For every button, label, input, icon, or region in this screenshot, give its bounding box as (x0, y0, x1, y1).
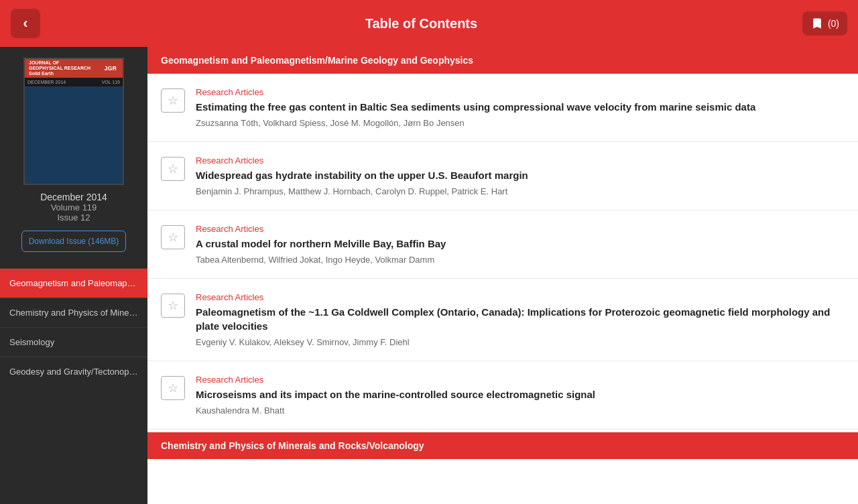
article-type: Research Articles (196, 155, 845, 166)
section-header-geomagnetism: Geomagnetism and Paleomagnetism/Marine G… (147, 47, 858, 74)
article-item: ☆ Research Articles A crustal model for … (147, 210, 858, 279)
article-item: ☆ Research Articles Microseisms and its … (147, 361, 858, 430)
article-item: ☆ Research Articles Widespread gas hydra… (147, 142, 858, 210)
download-issue-button[interactable]: Download Issue (146MB) (21, 231, 127, 252)
article-authors: Tabea Altenbernd, Wilfried Jokat, Ingo H… (196, 255, 845, 265)
article-3-content: Research Articles A crustal model for no… (196, 224, 845, 265)
sidebar-item-chemistry[interactable]: Chemistry and Physics of Mine… (0, 298, 147, 327)
star-icon: ☆ (168, 298, 178, 313)
star-icon: ☆ (168, 381, 178, 395)
sidebar-navigation: Geomagnetism and Paleomap… Chemistry and… (0, 268, 147, 386)
app-header: ‹ Table of Contents (0) (0, 0, 858, 47)
star-icon: ☆ (168, 93, 178, 108)
back-button[interactable]: ‹ (11, 9, 40, 38)
bookmark-icon (810, 17, 824, 30)
star-icon: ☆ (168, 230, 178, 245)
article-4-content: Research Articles Paleomagnetism of the … (196, 292, 845, 347)
article-item: ☆ Research Articles Paleomagnetism of th… (147, 279, 858, 361)
journal-cover-image: JOURNAL OFGEOPHYSICAL RESEARCHSolid Eart… (23, 58, 124, 185)
article-authors: Benjamin J. Phrampus, Matthew J. Hornbac… (196, 186, 845, 196)
article-type: Research Articles (196, 87, 845, 97)
article-type: Research Articles (196, 292, 845, 302)
journal-date: December 2014 (40, 192, 107, 202)
sidebar-item-seismology[interactable]: Seismology (0, 327, 147, 357)
sidebar-item-geomagnetism[interactable]: Geomagnetism and Paleomap… (0, 268, 147, 298)
bookmark-article-2-button[interactable]: ☆ (161, 157, 185, 181)
article-type: Research Articles (196, 224, 845, 234)
article-2-content: Research Articles Widespread gas hydrate… (196, 155, 845, 196)
bookmark-article-3-button[interactable]: ☆ (161, 225, 185, 249)
article-authors: Kaushalendra M. Bhatt (196, 405, 845, 416)
bookmark-article-4-button[interactable]: ☆ (161, 294, 185, 318)
article-title[interactable]: Microseisms and its impact on the marine… (196, 387, 845, 401)
sidebar: JOURNAL OFGEOPHYSICAL RESEARCHSolid Eart… (0, 47, 147, 504)
article-type: Research Articles (196, 375, 845, 385)
bookmark-article-5-button[interactable]: ☆ (161, 376, 185, 400)
bookmark-button[interactable]: (0) (802, 11, 847, 36)
section-header-chemistry: Chemistry and Physics of Minerals and Ro… (147, 432, 858, 459)
article-5-content: Research Articles Microseisms and its im… (196, 375, 845, 416)
journal-issue: Issue 12 (57, 212, 90, 223)
journal-cover-section: JOURNAL OFGEOPHYSICAL RESEARCHSolid Eart… (0, 47, 147, 263)
article-title[interactable]: Estimating the free gas content in Balti… (196, 100, 845, 114)
bookmark-count: (0) (828, 18, 839, 29)
main-layout: JOURNAL OFGEOPHYSICAL RESEARCHSolid Eart… (0, 47, 858, 504)
bookmark-article-1-button[interactable]: ☆ (161, 88, 185, 113)
header-title: Table of Contents (365, 16, 477, 32)
article-title[interactable]: Widespread gas hydrate instability on th… (196, 168, 845, 182)
article-title[interactable]: A crustal model for northern Melville Ba… (196, 237, 845, 251)
journal-volume: Volume 119 (51, 202, 97, 212)
star-icon: ☆ (168, 162, 178, 176)
article-title[interactable]: Paleomagnetism of the ~1.1 Ga Coldwell C… (196, 305, 845, 333)
article-1-content: Research Articles Estimating the free ga… (196, 87, 845, 128)
content-area: Geomagnetism and Paleomagnetism/Marine G… (147, 47, 858, 504)
article-item: ☆ Research Articles Estimating the free … (147, 74, 858, 142)
article-authors: Evgeniy V. Kulakov, Aleksey V. Smirnov, … (196, 337, 845, 347)
sidebar-item-geodesy[interactable]: Geodesy and Gravity/Tectonop… (0, 357, 147, 386)
article-authors: Zsuzsanna Tóth, Volkhard Spiess, José M.… (196, 118, 845, 128)
back-arrow-icon: ‹ (23, 15, 27, 32)
